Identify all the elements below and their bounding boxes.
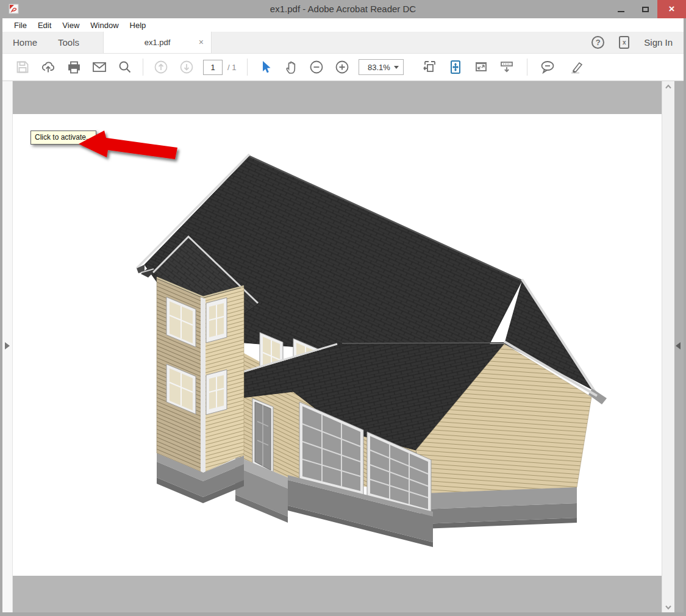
mobile-device-icon[interactable]: x (619, 36, 629, 49)
pdf-page: Click to activate... (13, 114, 662, 576)
zoom-level-value: 83.1% (363, 63, 394, 72)
toolbar: / 1 83 (2, 54, 684, 81)
fullscreen-icon (473, 59, 489, 75)
maximize-button[interactable] (633, 0, 657, 18)
close-button[interactable]: × (657, 0, 686, 18)
window-title: ex1.pdf - Adobe Acrobat Reader DC (0, 0, 686, 18)
vertical-scrollbar[interactable] (662, 81, 674, 612)
chevron-up-icon (665, 84, 672, 89)
zoom-level-dropdown[interactable]: 83.1% (359, 59, 404, 75)
save-icon (15, 60, 30, 74)
fullscreen-button[interactable] (468, 57, 494, 77)
menu-window[interactable]: Window (85, 21, 124, 30)
chevron-down-icon (665, 605, 672, 610)
comment-icon (539, 59, 556, 76)
menu-edit[interactable]: Edit (32, 21, 57, 30)
help-icon[interactable]: ? (591, 36, 604, 49)
share-button[interactable] (35, 57, 61, 77)
open-nav-pane-icon[interactable] (5, 342, 10, 349)
page-number-input[interactable] (203, 60, 223, 75)
front-door (252, 398, 273, 474)
print-icon (66, 60, 82, 75)
print-button[interactable] (61, 57, 87, 77)
document-canvas: Click to activate... (13, 81, 662, 612)
minimize-button[interactable] (609, 0, 633, 18)
sign-in-button[interactable]: Sign In (644, 37, 673, 48)
select-tool-icon (258, 60, 273, 74)
search-button[interactable] (112, 57, 138, 77)
tools-pane-strip[interactable] (674, 81, 684, 612)
bay-window (206, 298, 227, 343)
title-bar: ex1.pdf - Adobe Acrobat Reader DC × (0, 0, 686, 18)
chevron-down-icon (394, 66, 399, 69)
cloud-upload-icon (40, 59, 56, 75)
email-button[interactable] (87, 57, 112, 77)
hide-toolbar-icon (499, 59, 515, 75)
save-button[interactable] (10, 57, 35, 77)
document-area: Click to activate... (2, 81, 684, 612)
fit-width-button[interactable] (417, 57, 443, 77)
close-icon: × (669, 3, 675, 15)
tab-document-label: ex1.pdf (145, 38, 171, 47)
maximize-icon (642, 7, 649, 12)
minimize-icon (618, 11, 624, 12)
comment-button[interactable] (535, 57, 560, 77)
toolbar-separator (143, 59, 143, 76)
tab-home[interactable]: Home (2, 32, 48, 53)
zoom-in-icon (334, 59, 350, 75)
next-page-button[interactable] (174, 57, 199, 77)
hand-tool-button[interactable] (278, 57, 304, 77)
toolbar-separator (527, 59, 527, 76)
tab-close-icon[interactable]: × (199, 37, 204, 47)
highlight-icon (568, 59, 585, 76)
menu-help[interactable]: Help (124, 21, 152, 30)
tab-document[interactable]: ex1.pdf × (103, 32, 212, 53)
navigation-pane-strip[interactable] (2, 81, 13, 612)
previous-page-button[interactable] (148, 57, 174, 77)
open-tools-pane-icon[interactable] (676, 342, 681, 349)
acrobat-window: ex1.pdf - Adobe Acrobat Reader DC × File… (0, 0, 686, 616)
tab-bar: Home Tools ex1.pdf × ? x Sign In (2, 32, 684, 54)
select-tool-button[interactable] (252, 57, 278, 77)
page-up-icon (153, 59, 169, 75)
menu-view[interactable]: View (57, 21, 85, 30)
fit-page-button[interactable] (443, 57, 468, 77)
email-icon (91, 59, 107, 75)
toolbar-separator (247, 59, 248, 76)
highlight-button[interactable] (564, 57, 590, 77)
scroll-down-button[interactable] (662, 602, 674, 612)
menu-bar: File Edit View Window Help (2, 18, 684, 32)
hide-toolbar-button[interactable] (494, 57, 520, 77)
page-down-icon (179, 59, 195, 75)
bay-window-tower (157, 278, 244, 503)
search-icon (117, 59, 133, 75)
tab-tools[interactable]: Tools (48, 32, 90, 53)
scroll-up-button[interactable] (662, 81, 674, 91)
fit-page-icon (448, 59, 463, 75)
fit-width-icon (422, 59, 438, 75)
bay-window (206, 370, 227, 415)
menu-file[interactable]: File (9, 21, 32, 30)
zoom-out-icon (309, 59, 324, 75)
zoom-in-button[interactable] (329, 57, 355, 77)
zoom-out-button[interactable] (304, 57, 329, 77)
page-count-label: / 1 (227, 63, 236, 72)
hand-tool-icon (283, 59, 299, 75)
